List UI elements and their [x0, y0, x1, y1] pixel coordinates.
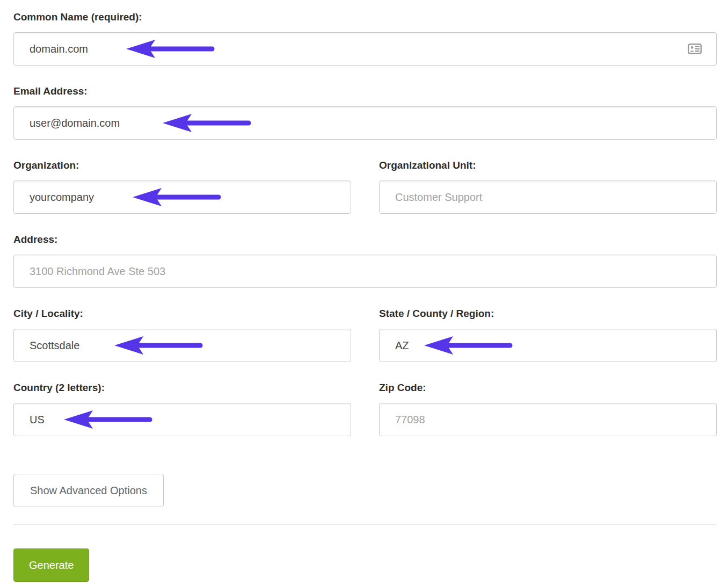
city-label: City / Locality: [13, 307, 351, 320]
organization-input[interactable] [13, 180, 351, 214]
field-zip: Zip Code: [379, 381, 717, 436]
zip-input-wrap [379, 403, 717, 436]
email-label: Email Address: [13, 85, 717, 98]
field-country: Country (2 letters): [13, 381, 351, 436]
organization-input-wrap [13, 180, 351, 214]
row-country-zip: Country (2 letters): Zip Code: [13, 381, 717, 436]
country-input[interactable] [13, 403, 351, 436]
section-divider [13, 524, 717, 525]
common-name-label: Common Name (required): [13, 11, 717, 24]
csr-form: Common Name (required): Email Address: [0, 0, 728, 582]
field-email: Email Address: [13, 85, 717, 140]
country-label: Country (2 letters): [13, 381, 351, 394]
common-name-input-wrap [13, 32, 717, 66]
row-city-state: City / Locality: State / County / Region… [13, 307, 717, 362]
common-name-input[interactable] [13, 32, 717, 66]
generate-button[interactable]: Generate [13, 548, 89, 582]
zip-input[interactable] [379, 403, 717, 436]
organizational-unit-input[interactable] [379, 180, 717, 214]
organizational-unit-input-wrap [379, 180, 717, 214]
address-input-wrap [13, 255, 717, 288]
state-label: State / County / Region: [379, 307, 717, 320]
field-state: State / County / Region: [379, 307, 717, 362]
address-label: Address: [13, 233, 717, 246]
address-input[interactable] [13, 255, 717, 288]
zip-label: Zip Code: [379, 381, 717, 394]
field-organizational-unit: Organizational Unit: [379, 159, 717, 214]
organizational-unit-label: Organizational Unit: [379, 159, 717, 172]
field-city: City / Locality: [13, 307, 351, 362]
email-input[interactable] [13, 106, 717, 140]
row-organization: Organization: Organizational Unit: [13, 159, 717, 214]
country-input-wrap [13, 403, 351, 436]
city-input-wrap [13, 329, 351, 362]
state-input-wrap [379, 329, 717, 362]
field-organization: Organization: [13, 159, 351, 214]
organization-label: Organization: [13, 159, 351, 172]
show-advanced-options-button[interactable]: Show Advanced Options [13, 474, 164, 507]
field-address: Address: [13, 233, 717, 288]
email-input-wrap [13, 106, 717, 140]
city-input[interactable] [13, 329, 351, 362]
state-input[interactable] [379, 329, 717, 362]
field-common-name: Common Name (required): [13, 11, 717, 66]
